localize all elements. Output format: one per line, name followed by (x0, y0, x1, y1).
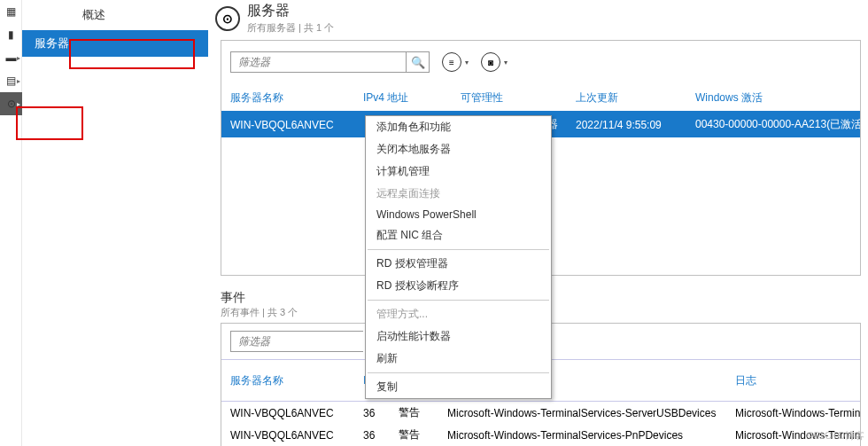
menu-powershell[interactable]: Windows PowerShell (366, 205, 551, 224)
col-activation[interactable]: Windows 激活 (686, 85, 860, 112)
cell: Microsoft-Windows-TerminalServices-PnPDe… (438, 424, 726, 446)
cell: WIN-VBQQL6ANVEC (221, 402, 354, 425)
watermark: ©51CTO博客 (807, 429, 864, 442)
search-icon[interactable]: 🔍 (406, 52, 429, 72)
rail-rds-icon[interactable]: ⊙▸ (0, 92, 22, 115)
cell-activation: 00430-00000-00000-AA213(已激活) (686, 112, 860, 138)
table-row[interactable]: WIN-VBQQL6ANVEC 36 警告 Microsoft-Windows-… (221, 402, 860, 425)
menu-shutdown-local[interactable]: 关闭本地服务器 (366, 138, 551, 160)
cell: Microsoft-Windows-TerminalServices-Serve… (438, 402, 726, 425)
section-header: ⊙ 服务器 所有服务器 | 共 1 个 (208, 0, 868, 40)
chevron-right-icon: ▸ (17, 54, 20, 62)
events-filter-input[interactable] (231, 332, 379, 351)
menu-copy[interactable]: 复制 (366, 376, 551, 398)
events-filter-wrap (230, 331, 363, 352)
menu-nic-teaming[interactable]: 配置 NIC 组合 (366, 224, 551, 246)
col-server-name[interactable]: 服务器名称 (221, 85, 354, 112)
section-subtitle: 所有服务器 | 共 1 个 (247, 21, 334, 35)
col-ev-server[interactable]: 服务器名称 (221, 360, 354, 402)
cell-last-update: 2022/11/4 9:55:09 (567, 112, 686, 138)
menu-rd-license-manager[interactable]: RD 授权管理器 (366, 253, 551, 275)
table-row[interactable]: WIN-VBQQL6ANVEC 36 警告 Microsoft-Windows-… (221, 424, 860, 446)
cell: 警告 (390, 402, 438, 425)
menu-separator (368, 372, 549, 373)
sidebar-item-servers[interactable]: 服务器 (22, 30, 208, 57)
chevron-down-icon: ▾ (465, 59, 469, 67)
filter-input[interactable] (231, 52, 406, 72)
menu-add-roles[interactable]: 添加角色和功能 (366, 116, 551, 138)
col-manageability[interactable]: 可管理性 (452, 85, 567, 112)
col-last-update[interactable]: 上次更新 (567, 85, 686, 112)
cell: WIN-VBQQL6ANVEC (221, 424, 354, 446)
cell: 36 (354, 402, 390, 425)
col-ev-log[interactable]: 日志 (726, 360, 860, 402)
menu-start-perf[interactable]: 启动性能计数器 (366, 325, 551, 348)
rail-server-icon[interactable]: ▮ (0, 23, 22, 46)
servers-section-icon: ⊙ (215, 6, 240, 31)
view-options-button[interactable]: ≡▾ (440, 52, 469, 72)
menu-separator (368, 249, 549, 250)
rail-dashboard-icon[interactable]: ▦ (0, 0, 22, 23)
rail-file-icon[interactable]: ▤▸ (0, 69, 22, 92)
menu-separator (368, 300, 549, 301)
menu-manage-as: 管理方式... (366, 303, 551, 325)
cell-server-name: WIN-VBQQL6ANVEC (221, 112, 354, 138)
chevron-down-icon: ▾ (504, 59, 508, 67)
filter-input-wrap: 🔍 (230, 51, 430, 73)
filter-bar: 🔍 ≡▾ ◙▾ (221, 46, 860, 76)
context-menu: 添加角色和功能 关闭本地服务器 计算机管理 远程桌面连接 Windows Pow… (365, 115, 552, 399)
list-icon: ≡ (442, 52, 461, 72)
icon-rail: ▦ ▮ ▬▸ ▤▸ ⊙▸ (0, 0, 22, 446)
save-query-button[interactable]: ◙▾ (479, 52, 508, 72)
menu-refresh[interactable]: 刷新 (366, 348, 551, 370)
section-title: 服务器 (247, 2, 334, 20)
chevron-right-icon: ▸ (17, 100, 20, 108)
cell: 警告 (390, 424, 438, 446)
cell: Microsoft-Windows-Terminal (726, 402, 860, 425)
sidebar: 概述 服务器 (22, 0, 208, 446)
col-ipv4[interactable]: IPv4 地址 (354, 85, 452, 112)
sidebar-item-overview[interactable]: 概述 (22, 0, 208, 30)
cell: 36 (354, 424, 390, 446)
chevron-right-icon: ▸ (17, 77, 20, 85)
rail-all-servers-icon[interactable]: ▬▸ (0, 46, 22, 69)
menu-rdp: 远程桌面连接 (366, 183, 551, 205)
menu-rd-license-diag[interactable]: RD 授权诊断程序 (366, 275, 551, 297)
disk-icon: ◙ (481, 52, 500, 72)
menu-computer-mgmt[interactable]: 计算机管理 (366, 160, 551, 183)
